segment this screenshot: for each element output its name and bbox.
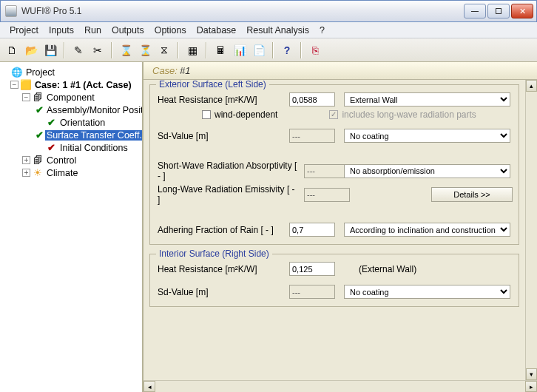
- check-incomplete-icon: ✔: [45, 142, 57, 153]
- tree-control[interactable]: + 🗐 Control: [1, 154, 141, 166]
- toolbar-separator: [64, 42, 65, 58]
- tool-icon-1[interactable]: ✎: [70, 41, 87, 59]
- menu-project[interactable]: Project: [4, 23, 44, 38]
- menu-outputs[interactable]: Outputs: [107, 23, 149, 38]
- hourglass-icon[interactable]: ⌛: [117, 41, 135, 59]
- tree-orientation[interactable]: ✔ Orientation: [1, 116, 141, 129]
- tree-case[interactable]: − 🟨 Case: 1 #1 (Act. Case): [1, 78, 141, 91]
- menu-inputs[interactable]: Inputs: [44, 23, 79, 38]
- titlebar: WUFI® Pro 5.1 ✕: [0, 0, 537, 22]
- menu-options[interactable]: Options: [149, 23, 192, 38]
- chart-icon[interactable]: 📊: [231, 41, 249, 59]
- grid-icon[interactable]: ▦: [183, 41, 201, 59]
- tree-climate[interactable]: + ☀ Climate: [1, 166, 141, 179]
- help-icon[interactable]: ?: [278, 41, 296, 59]
- sd-value-select[interactable]: No coating: [344, 285, 510, 299]
- rain-fraction-label: Adhering Fraction of Rain [ - ]: [158, 225, 283, 235]
- expand-icon[interactable]: +: [22, 156, 30, 164]
- save-icon[interactable]: 💾: [41, 41, 59, 59]
- component-icon: 🗐: [32, 92, 44, 103]
- sd-value-label: Sd-Value [m]: [158, 287, 283, 297]
- open-file-icon[interactable]: 📂: [22, 41, 40, 59]
- menu-result-analysis[interactable]: Result Analysis: [241, 23, 314, 38]
- case-header: Case: #1: [143, 62, 537, 80]
- menubar: Project Inputs Run Outputs Options Datab…: [0, 22, 537, 38]
- calc-icon[interactable]: 🖩: [212, 41, 229, 59]
- tree-root[interactable]: 🌐 Project: [1, 66, 141, 78]
- window-controls: ✕: [464, 4, 533, 18]
- exit-icon[interactable]: ⎘: [306, 41, 324, 59]
- toolbar: 🗋 📂 💾 ✎ ✂ ⌛ ⏳ ⧖ ▦ 🖩 📊 📄 ? ⎘: [0, 38, 537, 62]
- toolbar-separator: [272, 42, 274, 58]
- heat-resistance-label: Heat Resistance [m²K/W]: [158, 95, 283, 105]
- minimize-button[interactable]: [464, 4, 486, 18]
- app-icon: [5, 5, 17, 17]
- group-legend: Exterior Surface (Left Side): [156, 80, 269, 89]
- climate-icon: ☀: [32, 167, 44, 178]
- toolbar-separator: [178, 42, 179, 58]
- toolbar-separator: [206, 42, 207, 58]
- main-area: 🌐 Project − 🟨 Case: 1 #1 (Act. Case) − 🗐…: [0, 62, 537, 392]
- sd-value-input: [289, 129, 335, 143]
- hourglass-batch-icon[interactable]: ⧖: [155, 41, 173, 59]
- case-icon: 🟨: [20, 79, 32, 90]
- scroll-track[interactable]: [526, 92, 537, 368]
- control-icon: 🗐: [32, 155, 44, 166]
- scroll-track[interactable]: [155, 381, 525, 392]
- scroll-right-icon[interactable]: ▸: [525, 381, 537, 392]
- longwave-label: Long-Wave Radiation Emissivity [ - ]: [158, 184, 298, 205]
- check-icon: ✔: [36, 129, 44, 141]
- longwave-input: [304, 188, 350, 202]
- group-legend: Interior Surface (Right Side): [156, 249, 272, 259]
- heat-resistance-input[interactable]: [289, 262, 335, 276]
- tree-assembly[interactable]: ✔ Assembly/Monitor Positions: [1, 104, 141, 116]
- vertical-scrollbar[interactable]: ▴ ▾: [525, 80, 537, 380]
- heat-resistance-label: Heat Resistance [m²K/W]: [158, 264, 283, 274]
- longwave-checkbox-row: ✓ includes long-wave radiation parts: [329, 109, 476, 120]
- project-tree[interactable]: 🌐 Project − 🟨 Case: 1 #1 (Act. Case) − 🗐…: [0, 62, 143, 392]
- menu-run[interactable]: Run: [79, 23, 107, 38]
- tree-surface-transfer-coeff[interactable]: ✔ Surface Transfer Coeff.: [1, 129, 141, 141]
- wind-dependent-checkbox-row[interactable]: wind-dependent: [202, 109, 277, 120]
- maximize-button[interactable]: [487, 4, 510, 18]
- scroll-left-icon[interactable]: ◂: [143, 381, 155, 392]
- rain-fraction-select[interactable]: According to inclination and constructio…: [344, 223, 510, 237]
- shortwave-label: Short-Wave Radiation Absorptivity [ - ]: [158, 160, 298, 181]
- collapse-icon[interactable]: −: [22, 93, 30, 101]
- rain-fraction-input[interactable]: [289, 223, 335, 237]
- globe-icon: 🌐: [11, 67, 23, 78]
- check-icon: ✔: [45, 117, 57, 128]
- window-title: WUFI® Pro 5.1: [21, 6, 464, 16]
- scroll-up-icon[interactable]: ▴: [526, 80, 537, 92]
- check-icon: ✔: [36, 104, 44, 115]
- sd-value-select[interactable]: No coating: [344, 129, 510, 143]
- hourglass-stop-icon[interactable]: ⏳: [136, 41, 154, 59]
- shortwave-select[interactable]: No absorption/emission: [344, 164, 510, 178]
- content-panel: Case: #1 ▴ ▾ Exterior Surface (Left Side…: [143, 62, 537, 392]
- heat-resistance-note: (External Wall): [359, 264, 416, 274]
- expand-icon[interactable]: +: [22, 169, 30, 177]
- close-button[interactable]: ✕: [511, 4, 533, 18]
- toolbar-separator: [111, 42, 112, 58]
- new-file-icon[interactable]: 🗋: [3, 41, 21, 59]
- tree-component[interactable]: − 🗐 Component: [1, 91, 141, 104]
- checkbox-icon[interactable]: [202, 110, 211, 119]
- report-icon[interactable]: 📄: [250, 41, 268, 59]
- heat-resistance-input[interactable]: [289, 92, 335, 107]
- details-button[interactable]: Details >>: [431, 187, 513, 202]
- toolbar-separator: [300, 42, 302, 58]
- menu-help[interactable]: ?: [314, 23, 330, 38]
- sd-value-input: [289, 285, 335, 299]
- exterior-surface-group: Exterior Surface (Left Side) Heat Resist…: [149, 84, 519, 245]
- heat-resistance-select[interactable]: External Wall: [344, 92, 510, 107]
- sd-value-label: Sd-Value [m]: [158, 131, 283, 141]
- tool-icon-2[interactable]: ✂: [89, 41, 107, 59]
- shortwave-input: [304, 164, 350, 178]
- interior-surface-group: Interior Surface (Right Side) Heat Resis…: [149, 254, 519, 307]
- scroll-down-icon[interactable]: ▾: [526, 368, 537, 380]
- horizontal-scrollbar[interactable]: ◂ ▸: [143, 380, 537, 392]
- menu-database[interactable]: Database: [192, 23, 242, 38]
- form-scroll-pane: ▴ ▾ Exterior Surface (Left Side) Heat Re…: [143, 80, 537, 380]
- collapse-icon[interactable]: −: [10, 81, 18, 89]
- tree-initial-conditions[interactable]: ✔ Initial Conditions: [1, 141, 141, 154]
